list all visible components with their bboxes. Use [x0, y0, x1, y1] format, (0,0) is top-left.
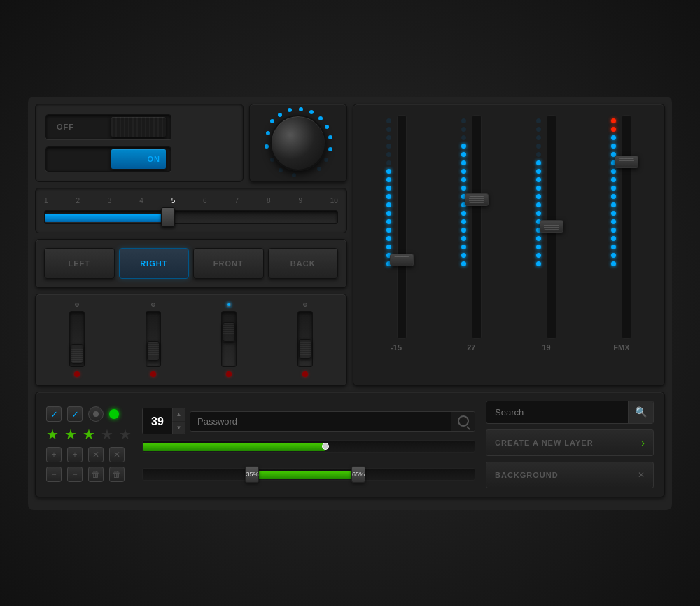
search-input[interactable] — [486, 401, 628, 423]
search-button[interactable]: 🔍 — [628, 401, 653, 423]
star-3[interactable]: ★ — [83, 426, 95, 443]
v-slider-4-track[interactable] — [298, 311, 313, 367]
password-search-btn[interactable] — [451, 412, 475, 431]
slider-num-8: 8 — [267, 197, 271, 205]
background-close-icon[interactable]: ✕ — [638, 470, 645, 480]
front-button[interactable]: FRONT — [193, 248, 264, 279]
led-2-14 — [461, 228, 466, 233]
checkbox-1[interactable]: ✓ — [46, 406, 62, 422]
close-btn-2[interactable]: ✕ — [109, 447, 125, 462]
toggle-panel: OFF ON — [35, 104, 244, 182]
close-btn-1[interactable]: ✕ — [88, 447, 104, 462]
right-button[interactable]: RIGHT — [119, 248, 190, 279]
eq-ch3-slider[interactable] — [547, 115, 556, 339]
v-slider-3-handle[interactable] — [223, 322, 235, 342]
dual-slider-high-thumb[interactable]: 65% — [351, 466, 365, 483]
dual-slider-low-thumb[interactable]: 35% — [245, 466, 259, 483]
radio-inner — [93, 411, 99, 417]
eq-ch4-leds — [611, 115, 616, 266]
eq-ch4-inner — [611, 115, 631, 339]
eq-ch3-handle[interactable] — [540, 220, 564, 233]
star-2[interactable]: ★ — [64, 426, 77, 443]
green-slider-track[interactable] — [142, 440, 475, 453]
trash-btn-1[interactable]: 🗑 — [88, 467, 104, 482]
star-4[interactable]: ★ — [101, 426, 113, 443]
create-layer-button[interactable]: CREATE A NEW LAYER › — [486, 429, 654, 456]
toggle-off-switch[interactable]: OFF — [46, 114, 172, 139]
led-2-12 — [461, 211, 466, 216]
led-2-13 — [461, 219, 466, 224]
led-1-15 — [386, 236, 391, 241]
svg-point-8 — [325, 125, 329, 129]
v-slider-1 — [69, 303, 85, 377]
eq-ch4-slider[interactable] — [622, 115, 631, 339]
checkbox-2[interactable]: ✓ — [67, 406, 83, 422]
star-5[interactable]: ★ — [119, 426, 132, 443]
led-2-1 — [461, 118, 466, 123]
slider-panel: 1 2 3 4 5 6 7 8 9 10 — [35, 188, 347, 233]
led-4-10 — [611, 194, 616, 199]
password-input[interactable] — [190, 412, 451, 431]
led-4-13 — [611, 219, 616, 224]
v-slider-1-handle[interactable] — [71, 344, 83, 364]
number-spinbox[interactable]: 39 ▲ ▼ — [142, 408, 186, 434]
eq-ch1-slider[interactable] — [397, 115, 407, 339]
trash-btn-2[interactable]: 🗑 — [109, 467, 125, 482]
dual-high-label: 65 — [352, 471, 359, 478]
led-3-1 — [536, 118, 541, 123]
horizontal-slider-track[interactable] — [44, 210, 338, 224]
back-button[interactable]: BACK — [268, 248, 339, 279]
eq-ch4-label: FMX — [613, 343, 629, 352]
v-slider-4-handle[interactable] — [299, 339, 312, 359]
spin-down-btn[interactable]: ▼ — [172, 422, 185, 434]
slider-num-9: 9 — [298, 197, 302, 205]
number-value: 39 — [143, 408, 172, 434]
eq-ch3-track — [547, 115, 556, 339]
green-slider-thumb[interactable] — [322, 443, 329, 450]
minus-btn-2[interactable]: − — [67, 467, 83, 482]
led-3-3 — [536, 135, 541, 140]
eq-ch2-slider[interactable] — [472, 115, 482, 339]
add-btn-1[interactable]: + — [46, 447, 62, 462]
slider-num-3: 3 — [108, 197, 112, 205]
knob[interactable] — [270, 115, 326, 171]
eq-ch3-grip — [544, 223, 559, 230]
v-slider-2-handle[interactable] — [147, 341, 160, 361]
dual-slider-track[interactable]: 35% 65% — [142, 468, 475, 481]
led-4-18 — [611, 261, 616, 266]
led-2-9 — [461, 186, 466, 191]
create-layer-label: CREATE A NEW LAYER — [495, 439, 594, 447]
led-1-14 — [386, 228, 391, 233]
spin-up-btn[interactable]: ▲ — [172, 408, 185, 422]
dual-low-label: 35 — [246, 471, 253, 478]
v-slider-1-track[interactable] — [69, 311, 85, 367]
led-3-17 — [536, 253, 541, 258]
minus-btn-1[interactable]: − — [46, 467, 62, 482]
led-3-8 — [536, 177, 541, 182]
star-1[interactable]: ★ — [46, 426, 59, 443]
checkbox-row: ✓ ✓ — [46, 406, 132, 422]
led-2-8 — [461, 177, 466, 182]
slider-fill — [45, 214, 168, 222]
number-field-row: 39 ▲ ▼ — [142, 408, 475, 434]
add-btn-2[interactable]: + — [67, 447, 83, 462]
knob-area[interactable] — [260, 104, 337, 181]
v-slider-3-track[interactable] — [221, 311, 237, 367]
slider-num-5: 5 — [172, 197, 176, 205]
v-slider-2-track[interactable] — [146, 311, 161, 367]
toggle-on-switch[interactable]: ON — [46, 146, 172, 172]
background-button[interactable]: BACKGROUND ✕ — [486, 462, 654, 488]
left-button[interactable]: LEFT — [44, 248, 115, 279]
toggle-on-label: ON — [148, 155, 161, 163]
slider-thumb[interactable] — [161, 207, 175, 227]
eq-channel-1: -15 — [386, 115, 407, 352]
eq-ch1-handle[interactable] — [390, 254, 414, 266]
checkmark-2: ✓ — [71, 409, 79, 420]
led-4-2 — [611, 127, 616, 132]
main-container: OFF ON — [28, 97, 672, 510]
eq-ch2-handle[interactable] — [465, 193, 489, 206]
led-3-10 — [536, 194, 541, 199]
eq-ch4-handle[interactable] — [615, 156, 638, 168]
radio-button[interactable] — [88, 406, 104, 422]
bottom-panel: ✓ ✓ ★ ★ ★ ★ ★ + + ✕ ✕ — [35, 392, 665, 497]
